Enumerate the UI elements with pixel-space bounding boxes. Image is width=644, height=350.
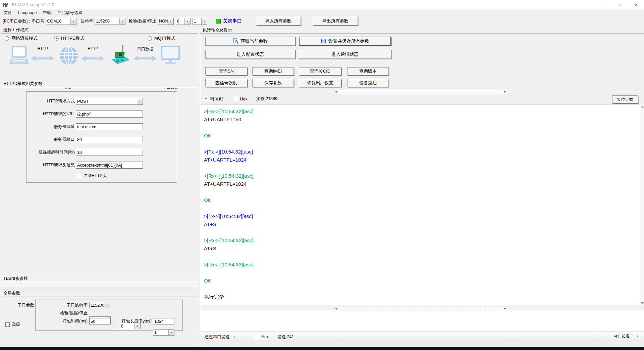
scroll-left-icon[interactable] bbox=[335, 91, 338, 93]
cmd-button[interactable]: 恢复出厂设置 bbox=[299, 79, 341, 87]
log-vertical-scrollbar[interactable] bbox=[640, 104, 644, 305]
serial-params-box: 串口波特率 115200 ▼ 检验/数据/停止 NONE ▼ 8 ▼ 1 ▼ 打… bbox=[35, 300, 183, 331]
workmode-radio[interactable]: 网络透传模式 bbox=[5, 35, 38, 41]
taskbar-strip bbox=[0, 347, 644, 350]
log-line: >[Tx->][10:54:32][asc] bbox=[204, 212, 640, 220]
scroll-up-icon[interactable] bbox=[641, 106, 644, 107]
chevron-down-icon: ▼ bbox=[233, 336, 235, 338]
radio-icon[interactable] bbox=[54, 36, 59, 41]
log-line: OK bbox=[204, 196, 640, 204]
menubar: 文件Language帮助产品型号选择 bbox=[0, 9, 644, 16]
divider bbox=[1, 285, 196, 286]
databits-select[interactable]: 8 ▼ bbox=[176, 18, 191, 25]
log-line: OK bbox=[204, 132, 640, 140]
close-serial-button[interactable]: 关闭串口 bbox=[223, 18, 242, 24]
import-all-params-button[interactable]: 导入所有参数 bbox=[256, 17, 301, 26]
httpd-section-header: HTTPD模式相关参数 bbox=[1, 80, 198, 87]
checkbox-icon[interactable] bbox=[77, 174, 81, 178]
log-area[interactable]: >[Rx<-][10:54:32][asc]AT+UARTFT=50OK>[Tx… bbox=[200, 104, 640, 305]
pack-time-label: 打包时间(ms) bbox=[37, 318, 88, 324]
parity-select[interactable]: NONE ▼ bbox=[158, 18, 174, 25]
speaker-icon bbox=[614, 334, 619, 339]
checkbox-icon[interactable] bbox=[5, 322, 10, 327]
com-port-select[interactable]: COM10 ▼ bbox=[46, 18, 76, 25]
close-button[interactable]: ✕ bbox=[629, 0, 644, 9]
scroll-right-icon[interactable] bbox=[503, 91, 506, 93]
cmd-button[interactable]: 查信号强度 bbox=[205, 79, 247, 87]
httpd-params-box: HTTP请求方式POST▼HTTP请求的URL服务器地址服务器端口短连接超时时间… bbox=[26, 91, 177, 183]
chevron-down-icon[interactable]: ▼ bbox=[137, 98, 143, 104]
filter-http-checkbox[interactable]: 过滤HTTP头 bbox=[77, 173, 107, 179]
baud-label: 波特率 bbox=[80, 18, 93, 24]
send-button[interactable]: 发送 ▼ bbox=[614, 333, 639, 339]
scrollbar-track[interactable] bbox=[340, 309, 501, 309]
baud-select[interactable]: 115200 ▼ bbox=[95, 18, 125, 25]
workmode-label: 网络透传模式 bbox=[11, 35, 38, 41]
field-input[interactable] bbox=[76, 136, 143, 143]
cmd-button[interactable]: 查询IMEI bbox=[252, 67, 294, 75]
chevron-down-icon[interactable]: ▼ bbox=[168, 330, 174, 335]
cmd-button[interactable]: 保存参数 bbox=[252, 79, 294, 87]
menu-item[interactable]: 文件 bbox=[1, 9, 15, 16]
workmode-radio[interactable]: HTTPD模式 bbox=[54, 35, 84, 41]
scroll-down-icon[interactable] bbox=[641, 302, 644, 304]
save-icon bbox=[321, 38, 326, 44]
chevron-down-icon[interactable]: ▼ bbox=[184, 18, 190, 25]
serial-baud-select[interactable]: 115200 ▼ bbox=[89, 302, 110, 308]
scroll-left-icon[interactable] bbox=[335, 308, 338, 310]
menu-item[interactable]: 帮助 bbox=[40, 9, 54, 16]
send-bar: 通过串口发送 ▼ Hex 发送:241 发送 ▼ bbox=[200, 331, 644, 342]
log-line: >[Rx<-][10:54:32][asc] bbox=[204, 236, 640, 245]
chevron-down-icon[interactable]: ▼ bbox=[119, 18, 125, 25]
send-input[interactable] bbox=[200, 310, 644, 331]
cmd-button[interactable]: 查询ICCID bbox=[299, 67, 341, 75]
workmode-radio[interactable]: MQTT模式 bbox=[148, 35, 175, 41]
pack-len-input[interactable] bbox=[153, 318, 174, 324]
scrollbar-track[interactable] bbox=[340, 92, 501, 92]
advanced-checkbox[interactable]: 高级 bbox=[5, 322, 20, 327]
workmode-section-header: 选择工作模式 bbox=[1, 26, 198, 34]
log-line bbox=[204, 140, 640, 148]
chevron-down-icon[interactable]: ▼ bbox=[104, 302, 110, 308]
send-via-serial-button[interactable]: 通过串口发送 ▼ bbox=[203, 333, 237, 341]
pack-time-input[interactable] bbox=[89, 318, 111, 324]
set-save-all-params-button[interactable]: 设置并保存所有参数 bbox=[299, 37, 391, 46]
timestamp-checkbox[interactable] bbox=[204, 97, 208, 101]
radio-icon[interactable] bbox=[148, 36, 152, 41]
log-line: >[Rx<-][10:54:32][asc] bbox=[204, 172, 640, 180]
send-hex-checkbox[interactable] bbox=[255, 335, 259, 339]
log-line: AT+UARTFT=50 bbox=[204, 116, 640, 124]
chevron-down-icon[interactable]: ▼ bbox=[70, 18, 76, 25]
enter-config-state-button[interactable]: 进入配置状态 bbox=[205, 50, 295, 59]
field-select[interactable]: POST▼ bbox=[76, 98, 143, 105]
cmd-button[interactable]: 查询版本 bbox=[347, 67, 389, 75]
maximize-button[interactable]: □ bbox=[613, 0, 629, 9]
enter-comm-state-button[interactable]: 进入通讯状态 bbox=[299, 50, 391, 59]
minimize-button[interactable]: – bbox=[598, 0, 613, 9]
stopbits-select[interactable]: 1 ▼ bbox=[193, 18, 207, 25]
serial-baud-label: 串口波特率 bbox=[37, 302, 88, 308]
cmd-button[interactable]: 查询SN bbox=[205, 67, 247, 75]
chevron-down-icon[interactable]: ▼ bbox=[201, 18, 207, 25]
field-input[interactable] bbox=[76, 111, 143, 118]
get-current-params-button[interactable]: 获取当前参数 bbox=[205, 37, 295, 46]
horizontal-scrollbar[interactable] bbox=[334, 90, 507, 94]
scroll-right-icon[interactable] bbox=[503, 308, 506, 310]
chevron-down-icon[interactable]: ▼ bbox=[636, 335, 639, 337]
export-all-params-button[interactable]: 导出所有参数 bbox=[313, 17, 358, 26]
reset-count-button[interactable]: 复位计数 bbox=[612, 95, 638, 103]
field-input[interactable] bbox=[76, 123, 143, 130]
field-input[interactable] bbox=[76, 162, 143, 169]
serial-stopbits-select[interactable]: 1 ▼ bbox=[153, 329, 174, 336]
pc-serial-label: [PC串口参数]：串口号 bbox=[3, 18, 44, 24]
hex-checkbox[interactable] bbox=[234, 97, 238, 101]
field-input[interactable] bbox=[76, 149, 143, 156]
serial-params-label: 串口参数 bbox=[17, 302, 34, 308]
monitor-icon bbox=[160, 46, 180, 67]
menu-item[interactable]: 产品型号选择 bbox=[54, 9, 86, 16]
menu-item[interactable]: Language bbox=[15, 10, 40, 16]
radio-icon[interactable] bbox=[5, 36, 9, 41]
chevron-down-icon[interactable]: ▼ bbox=[168, 18, 173, 25]
cmd-button[interactable]: 设备重启 bbox=[347, 79, 389, 87]
link-label: HTTP bbox=[31, 46, 54, 51]
